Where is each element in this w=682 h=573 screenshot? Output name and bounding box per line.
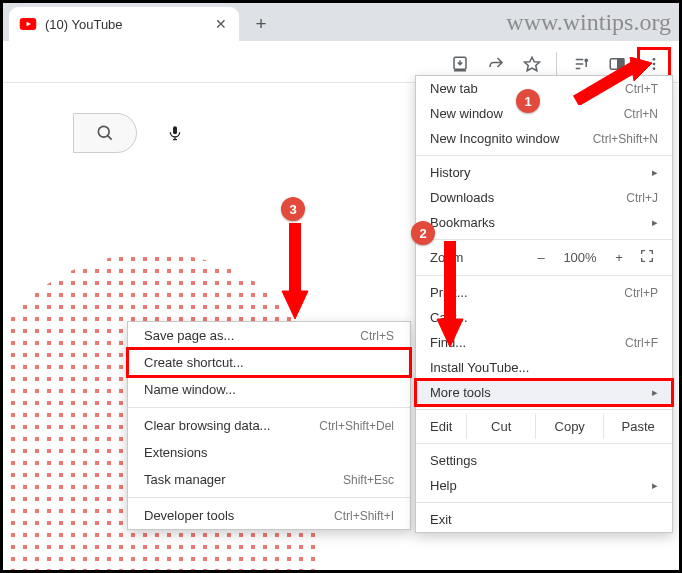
menu-more-tools[interactable]: More tools bbox=[416, 380, 672, 405]
edit-cut[interactable]: Cut bbox=[466, 414, 535, 439]
callout-1: 1 bbox=[516, 89, 540, 113]
svg-point-10 bbox=[98, 126, 109, 137]
zoom-in-button[interactable]: + bbox=[608, 250, 630, 265]
menu-history[interactable]: History bbox=[416, 160, 672, 185]
menu-install-youtube[interactable]: Install YouTube... bbox=[416, 355, 672, 380]
menu-separator bbox=[416, 502, 672, 503]
annotation-arrow-1 bbox=[572, 57, 652, 108]
submenu-task-manager[interactable]: Task managerShift+Esc bbox=[128, 466, 410, 493]
submenu-clear-browsing-data[interactable]: Clear browsing data...Ctrl+Shift+Del bbox=[128, 412, 410, 439]
menu-separator bbox=[416, 443, 672, 444]
svg-point-8 bbox=[653, 63, 656, 66]
menu-new-incognito[interactable]: New Incognito windowCtrl+Shift+N bbox=[416, 126, 672, 151]
svg-marker-14 bbox=[630, 57, 652, 81]
submenu-extensions[interactable]: Extensions bbox=[128, 439, 410, 466]
menu-separator bbox=[416, 409, 672, 410]
submenu-name-window[interactable]: Name window... bbox=[128, 376, 410, 403]
svg-marker-16 bbox=[437, 319, 463, 347]
zoom-out-button[interactable]: – bbox=[530, 250, 552, 265]
svg-point-7 bbox=[653, 58, 656, 61]
youtube-search-button[interactable] bbox=[73, 113, 137, 153]
submenu-save-page-as[interactable]: Save page as...Ctrl+S bbox=[128, 322, 410, 349]
annotation-arrow-2 bbox=[435, 237, 465, 350]
browser-tab[interactable]: (10) YouTube ✕ bbox=[9, 7, 239, 41]
close-tab-icon[interactable]: ✕ bbox=[213, 16, 229, 32]
svg-rect-12 bbox=[173, 126, 177, 134]
submenu-create-shortcut[interactable]: Create shortcut... bbox=[128, 349, 410, 376]
menu-edit-row: Edit Cut Copy Paste bbox=[416, 414, 672, 439]
svg-marker-18 bbox=[282, 291, 308, 319]
more-tools-submenu: Save page as...Ctrl+S Create shortcut...… bbox=[127, 321, 411, 530]
svg-line-11 bbox=[108, 136, 112, 140]
menu-separator bbox=[128, 407, 410, 408]
annotation-arrow-3 bbox=[280, 219, 310, 322]
fullscreen-icon[interactable] bbox=[636, 248, 658, 267]
menu-exit[interactable]: Exit bbox=[416, 507, 672, 532]
menu-separator bbox=[128, 497, 410, 498]
edit-copy[interactable]: Copy bbox=[535, 414, 604, 439]
submenu-developer-tools[interactable]: Developer toolsCtrl+Shift+I bbox=[128, 502, 410, 529]
svg-marker-3 bbox=[525, 57, 540, 71]
voice-search-icon[interactable] bbox=[159, 117, 191, 149]
callout-3: 3 bbox=[281, 197, 305, 221]
svg-line-13 bbox=[576, 67, 634, 101]
edit-label: Edit bbox=[416, 414, 466, 439]
menu-bookmarks[interactable]: Bookmarks bbox=[416, 210, 672, 235]
youtube-icon bbox=[19, 15, 37, 33]
menu-help[interactable]: Help bbox=[416, 473, 672, 498]
new-tab-button[interactable]: + bbox=[247, 10, 275, 38]
tab-title: (10) YouTube bbox=[45, 17, 205, 32]
zoom-level: 100% bbox=[558, 250, 602, 265]
svg-point-9 bbox=[653, 67, 656, 70]
menu-settings[interactable]: Settings bbox=[416, 448, 672, 473]
callout-2: 2 bbox=[411, 221, 435, 245]
tab-strip: (10) YouTube ✕ + bbox=[3, 3, 679, 41]
edit-paste[interactable]: Paste bbox=[603, 414, 672, 439]
menu-downloads[interactable]: DownloadsCtrl+J bbox=[416, 185, 672, 210]
menu-separator bbox=[416, 155, 672, 156]
toolbar-divider bbox=[556, 52, 557, 76]
